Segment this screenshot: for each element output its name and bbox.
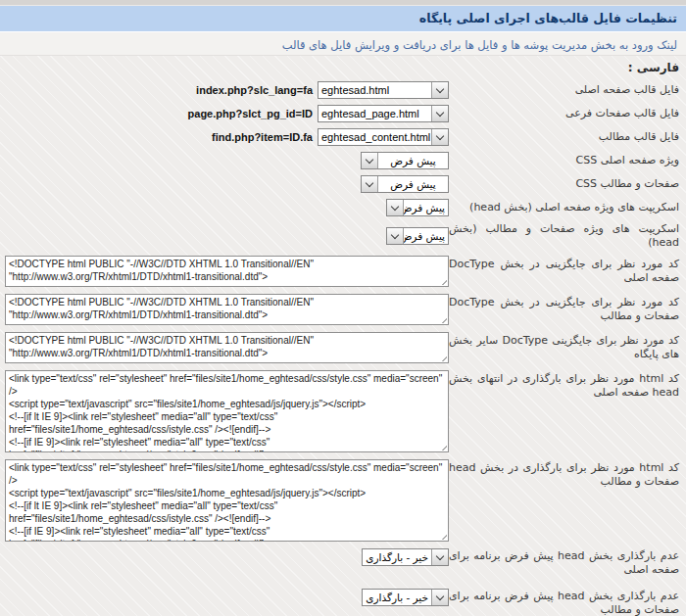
main-head-disable-select[interactable]: خیر - بارگذاری شود — [362, 548, 449, 566]
pages-head-code-textarea[interactable]: <link type="text/css" rel="stylesheet" h… — [5, 459, 449, 542]
row-content-template: فایل قالب مطالب eghtesad_content.html fi… — [7, 128, 679, 146]
row-main-css: ویژه صفحه اصلی CSS پیش فرض — [7, 152, 679, 169]
dropdown-arrow-icon — [431, 106, 448, 121]
subpage-template-select[interactable]: eghtesad_page.html — [318, 105, 449, 122]
settings-form: فارسی : فایل قالب صفحه اصلی eghtesad.htm… — [0, 56, 686, 616]
row-content-css: صفحات و مطالب CSS پیش فرض — [7, 175, 679, 193]
selected-value: پیش فرض — [404, 200, 448, 215]
selected-value: eghtesad_content.html — [318, 129, 431, 145]
main-css-select[interactable]: پیش فرض — [361, 152, 449, 169]
content-css-select[interactable]: پیش فرض — [361, 175, 449, 193]
selected-value: پیش فرض — [378, 153, 448, 168]
row-main-doctype: کد مورد نظر برای جایگزینی در بخش DocType… — [7, 256, 679, 287]
selected-value: خیر - بارگذاری شود — [363, 590, 431, 605]
selected-value: eghtesad.html — [318, 82, 431, 98]
page-title: تنظیمات فایل قالب‌های اجرای اصلی پایگاه — [419, 11, 677, 25]
content-template-select[interactable]: eghtesad_content.html — [318, 128, 449, 146]
content-head-scripts-select[interactable]: پیش فرض — [386, 227, 449, 245]
field-label: کد مورد نظر برای جایگزینی در بخش DocType… — [449, 256, 679, 285]
dropdown-arrow-icon — [431, 590, 448, 605]
main-head-scripts-select[interactable]: پیش فرض — [386, 199, 449, 216]
row-pages-doctype: کد مورد نظر برای جایگزینی در بخش DocType… — [7, 294, 679, 325]
row-content-head-scripts: اسکریپت های ویژه صفحات و مطالب (بخش head… — [7, 222, 679, 250]
field-label: عدم بارگذاری بخش head پیش فرض برنامه برا… — [449, 589, 679, 616]
row-main-head-disable: عدم بارگذاری بخش head پیش فرض برنامه برا… — [7, 548, 679, 577]
main-template-select[interactable]: eghtesad.html — [318, 81, 449, 99]
row-other-doctype: کد مورد نظر برای جایگزینی DocType سایر ب… — [7, 332, 679, 363]
row-main-head-scripts: اسکریپت های ویژه صفحه اصلی (بخش head) پی… — [7, 199, 679, 216]
dropdown-arrow-icon — [431, 129, 448, 145]
main-doctype-textarea[interactable]: <!DOCTYPE html PUBLIC "-//W3C//DTD XHTML… — [5, 256, 449, 287]
field-label: اسکریپت های ویژه صفحات و مطالب (بخش head… — [449, 222, 679, 250]
page-title-bar: تنظیمات فایل قالب‌های اجرای اصلی پایگاه — [0, 6, 686, 32]
selected-value: پیش فرض — [378, 176, 448, 192]
field-label: اسکریپت های ویژه صفحه اصلی (بخش head) — [449, 201, 679, 214]
field-label: عدم بارگذاری بخش head پیش فرض برنامه برا… — [449, 548, 679, 577]
row-pages-head-disable: عدم بارگذاری بخش head پیش فرض برنامه برا… — [7, 589, 679, 616]
row-pages-head-code: کد html مورد نظر برای بارگذاری در بخش he… — [7, 459, 679, 542]
pages-doctype-textarea[interactable]: <!DOCTYPE html PUBLIC "-//W3C//DTD XHTML… — [5, 294, 449, 325]
row-main-head-code: کد html مورد نظر برای بارگذاری در انتهای… — [7, 370, 679, 452]
row-subpage-template: فایل قالب صفحات فرعی eghtesad_page.html … — [7, 105, 679, 122]
url-hint: index.php?slc_lang=fa — [196, 84, 313, 96]
language-section-header: فارسی : — [7, 60, 679, 75]
dropdown-arrow-icon — [362, 153, 378, 168]
link-bar: لینک ورود به بخش مدیریت پوشه ها و فایل ه… — [0, 32, 686, 56]
dropdown-arrow-icon — [431, 549, 448, 565]
field-label: فایل قالب مطالب — [449, 130, 679, 144]
field-label: فایل قالب صفحه اصلی — [449, 83, 679, 97]
selected-value: خیر - بارگذاری شود — [363, 549, 431, 565]
field-label: کد html مورد نظر برای بارگذاری در انتهای… — [449, 370, 679, 400]
url-hint: page.php?slct_pg_id=ID — [188, 108, 313, 119]
main-head-code-textarea[interactable]: <link type="text/css" rel="stylesheet" h… — [5, 370, 449, 452]
dropdown-arrow-icon — [362, 176, 378, 192]
dropdown-arrow-icon — [431, 82, 448, 98]
url-hint: find.php?item=ID.fa — [212, 131, 313, 143]
file-manager-link[interactable]: لینک ورود به بخش مدیریت پوشه ها و فایل ه… — [282, 38, 677, 52]
dropdown-arrow-icon — [387, 200, 404, 215]
row-main-template: فایل قالب صفحه اصلی eghtesad.html index.… — [7, 81, 679, 99]
field-label: فایل قالب صفحات فرعی — [449, 107, 679, 120]
field-label: ویژه صفحه اصلی CSS — [449, 154, 679, 167]
settings-page: تنظیمات فایل قالب‌های اجرای اصلی پایگاه … — [0, 0, 686, 616]
field-label: صفحات و مطالب CSS — [449, 177, 679, 191]
dropdown-arrow-icon — [387, 228, 404, 244]
field-label: کد html مورد نظر برای بارگذاری در بخش he… — [449, 459, 679, 489]
selected-value: eghtesad_page.html — [318, 106, 431, 121]
field-label: کد مورد نظر برای جایگزینی DocType سایر ب… — [449, 332, 679, 361]
pages-head-disable-select[interactable]: خیر - بارگذاری شود — [362, 589, 449, 606]
other-doctype-textarea[interactable]: <!DOCTYPE html PUBLIC "-//W3C//DTD XHTML… — [5, 332, 449, 363]
field-label: کد مورد نظر برای جایگزینی در بخش DocType… — [449, 294, 679, 323]
selected-value: پیش فرض — [404, 228, 448, 244]
